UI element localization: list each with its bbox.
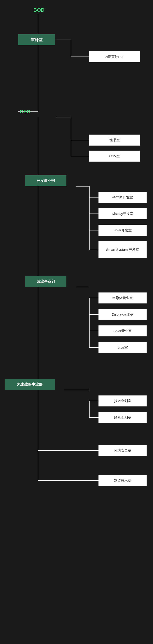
display-dev-node: Display开发室 [98,208,146,219]
tech-plan-node: 技术企划室 [98,396,146,406]
ceo-node: CEO [4,106,46,117]
dev-div-node: 开发事业部 [25,175,66,186]
future-div-node: 未来战略事业部 [4,379,55,390]
semi-dev-node: 半导体开发室 [98,192,146,203]
display-sales-node: Display营业室 [98,309,146,320]
ops-node: 运营室 [98,342,146,353]
smart-dev-node: Smart System 开发室 [98,241,146,258]
internal-audit-node: 内部审计Part [89,51,140,62]
solar-sales-node: Solar营业室 [98,326,146,336]
sales-div-node: 营业事业部 [25,276,66,287]
semi-sales-node: 半导体营业室 [98,292,146,304]
secretary-node: 秘书室 [89,134,140,146]
solar-dev-node: Solar开发室 [98,225,146,236]
csv-node: CSV室 [89,150,140,162]
biz-plan-node: 经营企划室 [98,412,146,423]
audit-node: 审计室 [18,34,55,45]
env-safety-node: 环境安全室 [98,445,146,456]
org-chart: BOD 审计室 内部审计Part CEO 秘书室 CSV室 开发事业部 半导体开… [0,0,153,644]
bod-node: BOD [18,4,60,16]
mfg-tech-node: 制造技术室 [98,475,146,486]
